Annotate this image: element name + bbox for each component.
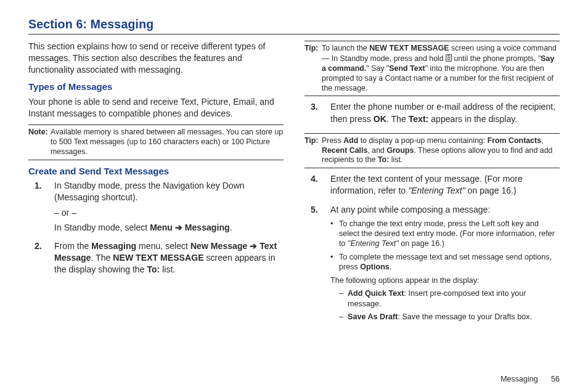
microphone-icon	[446, 54, 452, 62]
text: until the phone prompts, "	[452, 54, 541, 63]
bullet-body: To complete the message text and set mes…	[339, 252, 560, 272]
tip-text: To launch the NEW TEXT MESSAGE screen us…	[322, 44, 560, 93]
page-number: 56	[551, 375, 560, 383]
bullet-body: To change the text entry mode, press the…	[339, 219, 560, 248]
text-bold: NEW TEXT MESSAGE	[113, 253, 203, 263]
heading-create-send: Create and Send Text Messages	[28, 165, 284, 178]
text-bold: To:	[147, 264, 160, 274]
dash-mark: –	[339, 312, 348, 322]
step-body: From the Messaging menu, select New Mess…	[54, 240, 284, 279]
reference-italic: "Entering Text"	[408, 186, 465, 195]
text: on page 16.)	[399, 239, 444, 248]
rule	[28, 160, 284, 160]
text-bold: Recent Calls	[322, 146, 367, 155]
options-intro: The following options appear in the disp…	[330, 276, 560, 285]
tip-block-1: Tip: To launch the NEW TEXT MESSAGE scre…	[304, 41, 560, 96]
heading-types-of-messages: Types of Messages	[28, 81, 284, 93]
intro-paragraph: This section explains how to send or rec…	[28, 41, 284, 76]
page-footer: Messaging 56	[500, 375, 560, 383]
text-bold: Text:	[409, 114, 429, 124]
text: . The	[91, 253, 113, 263]
text-bold: Send Text	[389, 64, 425, 73]
step-5-text: At any point while composing a message:	[330, 204, 560, 216]
dash-body: Save As Draft: Save the message to your …	[348, 312, 560, 322]
text: list.	[160, 264, 175, 274]
text: menu, select	[136, 241, 190, 251]
text: To launch the	[322, 44, 369, 52]
text: Press	[322, 136, 343, 145]
tip-label: Tip:	[304, 44, 322, 93]
text-bold: Options	[360, 263, 390, 271]
step-number: 2.	[35, 240, 54, 279]
dash-mark: –	[339, 288, 348, 308]
step-body: In Standby mode, press the Navigation ke…	[54, 180, 284, 237]
step-number: 4.	[311, 173, 330, 200]
dash-body: Add Quick Text: Insert pre-composed text…	[348, 288, 560, 308]
step-1-line-1: In Standby mode, press the Navigation ke…	[54, 180, 284, 203]
step-1-line-2: In Standby mode, select Menu ➔ Messaging…	[54, 222, 284, 234]
types-body: Your phone is able to send and receive T…	[28, 96, 284, 120]
step-4: 4. Enter the text content of your messag…	[311, 173, 560, 200]
tip-block-2: Tip: Press Add to display a pop-up menu …	[304, 133, 560, 169]
step-number: 5.	[311, 204, 330, 325]
step-5: 5. At any point while composing a messag…	[311, 204, 560, 325]
text: From the	[54, 241, 91, 251]
step-4-text: Enter the text content of your message. …	[330, 173, 560, 197]
dash-item: – Save As Draft: Save the message to you…	[339, 312, 560, 322]
text: ,	[541, 136, 543, 145]
note-block: Note: Available memory is shared between…	[28, 125, 284, 160]
bullet-item: • To change the text entry mode, press t…	[330, 219, 560, 248]
text-bold: Messaging	[91, 241, 136, 251]
step-body: Enter the text content of your message. …	[330, 173, 560, 200]
text-bold: NEW TEXT MESSAGE	[369, 44, 449, 52]
note-text: Available memory is shared between all m…	[51, 128, 284, 157]
text-bold: To:	[378, 155, 389, 164]
section-title: Section 6: Messaging	[28, 17, 560, 31]
reference-italic: "Entering Text"	[348, 239, 399, 248]
text-bold: Add	[343, 136, 358, 145]
rule	[304, 168, 560, 168]
dash-item: – Add Quick Text: Insert pre-composed te…	[339, 288, 560, 308]
text: appears in the display.	[428, 114, 517, 124]
text-bold: New Message	[190, 241, 247, 251]
text: : Save the message to your Drafts box.	[398, 312, 532, 321]
step-1-or: – or –	[54, 207, 284, 219]
column-left: This section explains how to send or rec…	[28, 41, 284, 329]
text: " Say "	[366, 64, 389, 73]
text: .	[390, 263, 392, 271]
column-right: Tip: To launch the NEW TEXT MESSAGE scre…	[304, 41, 560, 329]
title-rule	[28, 34, 560, 35]
tip-label: Tip:	[304, 136, 322, 166]
note-label: Note:	[28, 128, 51, 157]
text: on page 16.)	[465, 186, 517, 195]
step-1: 1. In Standby mode, press the Navigation…	[35, 180, 284, 237]
text-bold: OK	[374, 114, 386, 124]
text: . The	[386, 114, 409, 124]
two-column-layout: This section explains how to send or rec…	[28, 41, 560, 329]
manual-page: Section 6: Messaging This section explai…	[0, 0, 588, 392]
menu-label: Menu	[150, 223, 173, 232]
bullet-list: • To change the text entry mode, press t…	[330, 219, 560, 272]
text: to display a pop-up menu containing:	[358, 136, 487, 145]
step-body: At any point while composing a message: …	[330, 204, 560, 325]
messaging-label: Messaging	[185, 223, 230, 232]
text: In Standby mode, select	[54, 223, 150, 232]
text: list.	[389, 155, 402, 164]
rule	[304, 96, 560, 96]
text-bold: Groups	[386, 146, 414, 155]
tip-text: Press Add to display a pop-up menu conta…	[322, 136, 560, 166]
text: , and	[367, 146, 386, 155]
step-number: 1.	[35, 180, 54, 237]
step-2: 2. From the Messaging menu, select New M…	[35, 240, 284, 279]
step-2-text: From the Messaging menu, select New Mess…	[54, 240, 284, 276]
option-label: Add Quick Text	[348, 289, 404, 298]
text: .	[230, 223, 232, 232]
arrow-icon: ➔	[173, 223, 185, 232]
bullet-mark: •	[330, 219, 339, 248]
text-bold: From Contacts	[488, 136, 541, 145]
step-3: 3. Enter the phone number or e-mail addr…	[311, 101, 560, 128]
arrow-icon: ➔	[247, 241, 259, 251]
bullet-mark: •	[330, 252, 339, 272]
bullet-item: • To complete the message text and set m…	[330, 252, 560, 272]
option-label: Save As Draft	[348, 312, 398, 321]
